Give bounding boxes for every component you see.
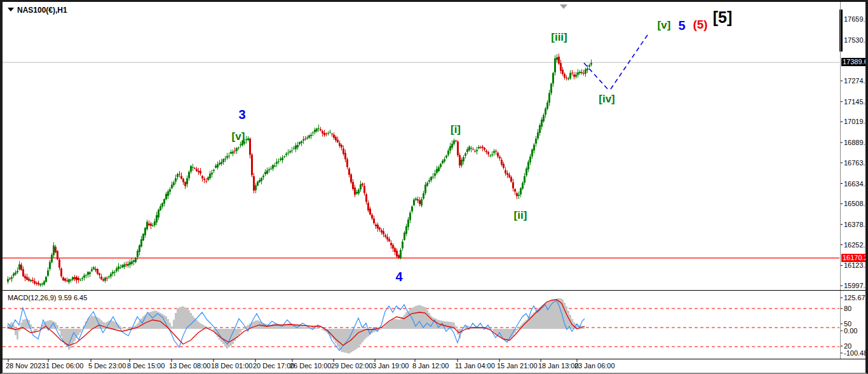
chart-stage[interactable]: NAS100(€),H1 MACD(12,26,9) 9.59 6.45 176… xyxy=(3,2,865,373)
wave-label-5[interactable]: 5 xyxy=(678,18,685,33)
time-tick-label[interactable]: 28 Nov 2023 xyxy=(6,362,45,370)
candle-body xyxy=(478,147,480,148)
candle-body xyxy=(121,265,123,268)
candle-body xyxy=(211,172,213,174)
candle-body xyxy=(403,233,405,240)
wave-label-v[interactable]: [v] xyxy=(658,19,671,32)
candle-body xyxy=(444,159,445,162)
candle-body xyxy=(108,277,110,277)
wave-label-4[interactable]: 4 xyxy=(395,270,402,284)
price-tick-label: 15997.4 xyxy=(844,282,868,289)
wave-label-iv[interactable]: [iv] xyxy=(599,93,615,106)
candle-body xyxy=(272,165,274,169)
candle-body xyxy=(310,135,312,136)
panel-separator-bottom[interactable] xyxy=(3,359,865,359)
forecast-line[interactable] xyxy=(611,35,648,89)
candle-body xyxy=(81,278,83,279)
candle-body xyxy=(485,151,487,152)
time-tick-label[interactable]: 15 Jan 21:00 xyxy=(497,362,538,370)
candle-body xyxy=(175,178,177,181)
time-tick-label[interactable]: 26 Dec 10:00 xyxy=(290,362,331,370)
candle-body xyxy=(506,173,508,175)
candle-body xyxy=(217,164,219,167)
candle-body xyxy=(590,63,592,65)
time-tick-label[interactable]: 8 Dec 15:00 xyxy=(127,362,165,370)
candle-body xyxy=(480,147,482,148)
dropdown-arrow-icon[interactable] xyxy=(8,8,14,11)
candle-body xyxy=(201,176,203,179)
candle-body xyxy=(11,277,13,279)
time-tick-label[interactable]: 13 Dec 08:00 xyxy=(169,362,210,370)
chart-title[interactable]: NAS100(€),H1 xyxy=(8,6,67,15)
time-tick-label[interactable]: 5 Dec 23:00 xyxy=(88,362,126,370)
candle-body xyxy=(453,141,455,144)
time-tick-label[interactable]: 29 Dec 02:00 xyxy=(331,362,372,370)
candle-body xyxy=(566,78,567,78)
candle-body xyxy=(171,184,173,188)
candle-body xyxy=(209,174,211,178)
candle-body xyxy=(142,234,144,240)
price-chart-canvas[interactable] xyxy=(3,2,865,373)
candle-body xyxy=(72,277,74,280)
candle-body xyxy=(461,160,463,165)
chart-shift-marker-icon[interactable] xyxy=(560,4,567,9)
candle-body xyxy=(518,195,520,196)
candle-body xyxy=(468,147,470,151)
candle-body xyxy=(520,188,522,195)
candle-body xyxy=(232,151,234,153)
candle-body xyxy=(182,179,184,182)
candle-body xyxy=(327,133,329,134)
candle-body xyxy=(79,280,81,280)
candle-body xyxy=(66,280,68,281)
wave-label-3[interactable]: 3 xyxy=(238,107,245,122)
time-tick-label[interactable]: 23 Jan 06:00 xyxy=(574,362,615,370)
time-tick-label[interactable]: 20 Dec 17:00 xyxy=(253,362,294,370)
candle-body xyxy=(583,73,585,74)
candle-body xyxy=(32,280,34,281)
price-tick-label: 17659.9 xyxy=(844,15,868,23)
candle-body xyxy=(413,200,415,205)
time-tick-label[interactable]: 3 Jan 19:00 xyxy=(372,362,409,370)
panel-separator-top[interactable] xyxy=(3,290,865,291)
candle-body xyxy=(236,148,238,151)
wave-label-5[interactable]: [5] xyxy=(713,8,733,27)
candle-body xyxy=(140,239,142,246)
candle-body xyxy=(575,74,577,76)
candle-body xyxy=(335,137,337,140)
candle-body xyxy=(213,170,215,171)
candle-body xyxy=(62,277,64,280)
candle-body xyxy=(411,207,413,212)
wave-label-i[interactable]: [i] xyxy=(451,123,461,136)
forecast-line[interactable] xyxy=(584,63,609,91)
wave-label-ii[interactable]: [ii] xyxy=(514,209,527,222)
candle-body xyxy=(501,160,503,165)
candle-body xyxy=(510,177,512,181)
candle-body xyxy=(487,152,489,154)
candle-body xyxy=(110,274,112,276)
candle-body xyxy=(526,169,527,176)
candle-body xyxy=(68,279,70,282)
candle-body xyxy=(87,272,89,275)
candle-body xyxy=(91,269,93,271)
candle-body xyxy=(137,251,139,257)
time-tick-label[interactable]: 11 Jan 04:00 xyxy=(455,362,495,370)
wave-label-5[interactable]: (5) xyxy=(693,18,707,32)
candle-body xyxy=(524,176,526,183)
time-tick-label[interactable]: 18 Jan 13:00 xyxy=(538,362,579,370)
candle-body xyxy=(188,172,190,178)
candle-body xyxy=(158,210,159,218)
candle-body xyxy=(323,133,325,135)
candle-body xyxy=(70,280,72,280)
candle-body xyxy=(531,149,533,156)
candle-body xyxy=(585,69,587,74)
candle-body xyxy=(398,255,400,258)
candle-body xyxy=(152,225,154,226)
time-tick-label[interactable]: 1 Dec 06:00 xyxy=(46,362,83,370)
time-tick-label[interactable]: 18 Dec 01:00 xyxy=(211,362,252,370)
time-tick-label[interactable]: 8 Jan 12:00 xyxy=(412,362,449,370)
wave-label-iii[interactable]: [iii] xyxy=(551,31,567,44)
candle-body xyxy=(493,151,495,153)
candle-body xyxy=(74,277,76,279)
wave-label-v[interactable]: [v] xyxy=(232,130,245,143)
candle-body xyxy=(402,242,403,249)
